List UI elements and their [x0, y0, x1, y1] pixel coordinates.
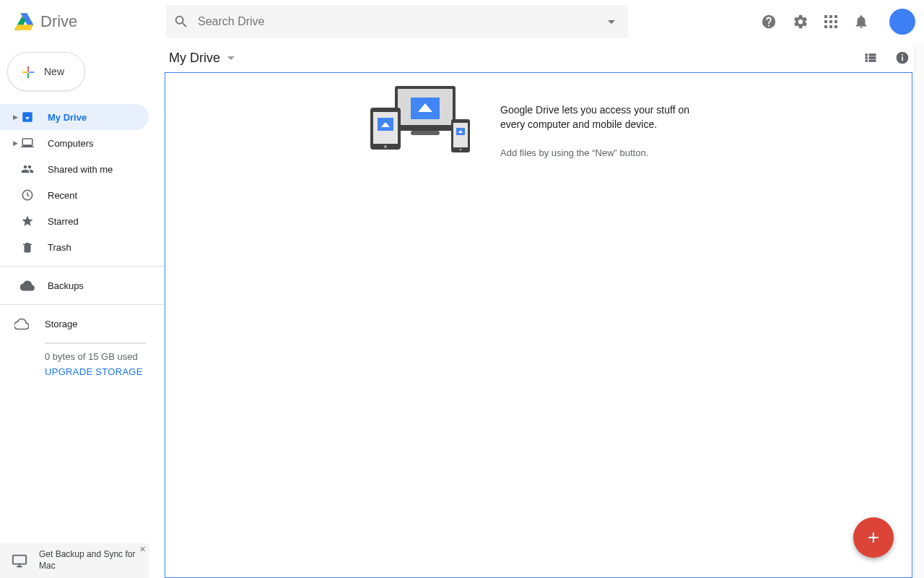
svg-rect-9 [902, 54, 903, 56]
storage-label: Storage [45, 319, 78, 329]
search-options-caret-icon[interactable] [608, 20, 615, 24]
sidebar: New ▶ My Drive ▶ Computers Shared with m… [0, 43, 165, 578]
recent-clock-icon [20, 189, 35, 202]
trash-icon [20, 241, 35, 254]
computers-icon [20, 137, 35, 150]
sidebar-item-label: Computers [48, 138, 94, 149]
sidebar-item-label: Trash [48, 242, 71, 253]
sidebar-item-shared[interactable]: Shared with me [0, 156, 149, 182]
notifications-bell-icon[interactable] [853, 14, 869, 30]
shared-icon [20, 163, 35, 176]
breadcrumb[interactable]: My Drive [169, 51, 235, 66]
divider [0, 266, 165, 267]
svg-marker-4 [14, 25, 33, 30]
sidebar-item-label: Shared with me [48, 164, 113, 175]
svg-rect-6 [13, 556, 26, 564]
cloud-storage-icon [14, 316, 29, 331]
svg-rect-12 [411, 131, 440, 135]
search-box[interactable] [166, 5, 628, 38]
star-icon [20, 215, 35, 228]
sidebar-item-label: Starred [48, 216, 79, 227]
empty-subline: Add files by using the “New” button. [500, 147, 717, 158]
scrollbar[interactable] [914, 43, 924, 578]
sidebar-item-backups[interactable]: Backups [0, 272, 149, 298]
expand-caret-icon[interactable]: ▶ [13, 113, 20, 121]
sidebar-item-label: Recent [48, 190, 77, 201]
storage-used-text: 0 bytes of 15 GB used [45, 351, 165, 362]
search-icon [173, 14, 189, 30]
sidebar-item-starred[interactable]: Starred [0, 208, 149, 234]
search-input[interactable] [198, 15, 608, 28]
help-icon[interactable] [761, 14, 777, 30]
sidebar-item-trash[interactable]: Trash [0, 234, 149, 260]
empty-devices-illustration-icon [360, 82, 483, 161]
close-icon[interactable]: ✕ [139, 545, 146, 554]
account-avatar[interactable] [889, 9, 915, 35]
promo-label: Get Backup and Sync for Mac [39, 549, 143, 571]
sidebar-item-storage[interactable]: Storage [14, 316, 165, 331]
empty-headline: Google Drive lets you access your stuff … [500, 103, 717, 131]
sidebar-item-label: My Drive [48, 112, 87, 123]
app-title: Drive [40, 12, 77, 31]
cloud-backup-icon [20, 278, 35, 293]
sidebar-item-label: Backups [48, 280, 84, 291]
storage-progress-bar [45, 342, 146, 344]
upgrade-storage-link[interactable]: UPGRADE STORAGE [45, 366, 165, 377]
breadcrumb-label: My Drive [169, 51, 220, 66]
expand-caret-icon[interactable]: ▶ [13, 139, 20, 147]
list-view-icon[interactable] [863, 51, 878, 65]
chevron-down-icon [227, 56, 235, 60]
desktop-icon [12, 553, 27, 569]
my-drive-icon [20, 111, 35, 124]
plus-icon: + [868, 526, 879, 549]
plus-icon [21, 65, 34, 78]
drive-logo-icon [14, 13, 33, 30]
sidebar-item-recent[interactable]: Recent [0, 182, 149, 208]
svg-point-22 [460, 149, 462, 151]
backup-sync-promo[interactable]: Get Backup and Sync for Mac ✕ [0, 543, 149, 578]
info-icon[interactable] [895, 51, 910, 65]
apps-grid-icon[interactable] [824, 15, 837, 28]
svg-rect-8 [902, 56, 903, 61]
new-button[interactable]: New [7, 52, 85, 91]
svg-point-17 [384, 145, 387, 148]
settings-gear-icon[interactable] [793, 14, 808, 30]
divider [0, 304, 165, 305]
sidebar-item-computers[interactable]: ▶ Computers [0, 130, 149, 156]
sidebar-item-my-drive[interactable]: ▶ My Drive [0, 104, 149, 130]
file-drop-area[interactable]: Google Drive lets you access your stuff … [165, 72, 912, 578]
new-button-label: New [44, 66, 64, 77]
fab-add-button[interactable]: + [853, 517, 894, 558]
